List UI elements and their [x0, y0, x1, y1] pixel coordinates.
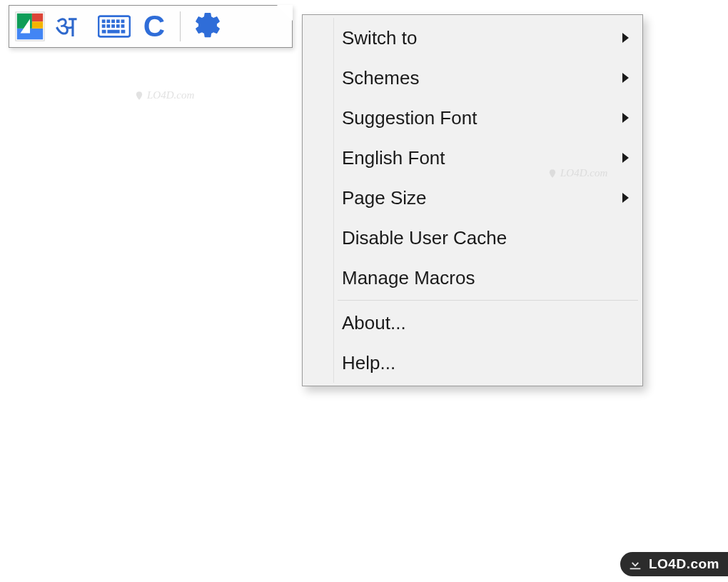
gear-icon[interactable] [190, 10, 223, 43]
site-brand-badge: LO4D.com [620, 552, 728, 576]
menu-item-label: Manage Macros [342, 267, 475, 289]
toolbar-separator [180, 11, 181, 41]
menu-item-disable-user-cache[interactable]: Disable User Cache [305, 218, 640, 258]
svg-rect-7 [102, 19, 106, 23]
submenu-arrow-icon [622, 73, 629, 83]
menu-item-label: English Font [342, 147, 445, 169]
submenu-arrow-icon [622, 113, 629, 123]
menu-item-label: Suggestion Font [342, 107, 477, 129]
svg-rect-12 [102, 24, 106, 28]
svg-rect-13 [106, 24, 110, 28]
menu-item-help[interactable]: Help... [305, 343, 640, 383]
svg-rect-19 [121, 30, 126, 34]
google-input-tools-icon[interactable] [14, 10, 46, 43]
menu-item-label: Switch to [342, 27, 418, 49]
svg-rect-11 [121, 19, 125, 23]
submenu-arrow-icon [622, 153, 629, 163]
submenu-arrow-icon [622, 33, 629, 43]
svg-rect-16 [121, 24, 125, 28]
svg-rect-15 [116, 24, 120, 28]
menu-item-label: About... [342, 312, 406, 334]
svg-rect-17 [102, 30, 106, 34]
svg-marker-2 [32, 14, 43, 22]
ime-toolbar: अ C [9, 5, 293, 48]
menu-item-label: Disable User Cache [342, 227, 507, 249]
svg-rect-14 [111, 24, 115, 28]
menu-item-label: Schemes [342, 67, 419, 89]
language-indicator[interactable]: अ [54, 10, 91, 43]
svg-rect-10 [116, 19, 120, 23]
svg-rect-9 [111, 19, 115, 23]
candidate-mode-button[interactable]: C [138, 9, 171, 44]
menu-item-label: Help... [342, 352, 395, 374]
svg-rect-18 [107, 30, 119, 34]
menu-item-page-size[interactable]: Page Size [305, 178, 640, 218]
svg-marker-3 [32, 21, 43, 29]
site-brand-text: LO4D.com [649, 556, 719, 572]
download-icon [627, 556, 643, 572]
svg-rect-8 [106, 19, 110, 23]
drag-corner[interactable] [276, 6, 292, 21]
menu-item-schemes[interactable]: Schemes [305, 58, 640, 98]
menu-item-suggestion-font[interactable]: Suggestion Font [305, 98, 640, 138]
menu-item-label: Page Size [342, 187, 427, 209]
submenu-arrow-icon [622, 193, 629, 203]
menu-item-switch-to[interactable]: Switch to [305, 18, 640, 58]
keyboard-icon[interactable] [98, 10, 131, 43]
watermark: LO4D.com [547, 167, 607, 179]
menu-item-manage-macros[interactable]: Manage Macros [305, 258, 640, 298]
settings-context-menu: Switch toSchemesSuggestion FontEnglish F… [302, 14, 643, 386]
watermark: LO4D.com [134, 89, 194, 101]
menu-separator [338, 300, 638, 301]
menu-item-about[interactable]: About... [305, 303, 640, 343]
